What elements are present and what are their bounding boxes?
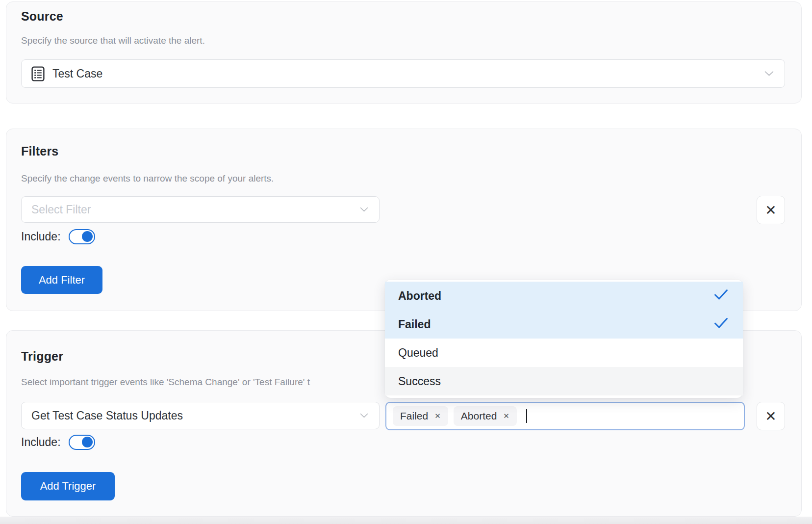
remove-filter-button[interactable]: ✕ (757, 196, 785, 224)
source-title: Source (21, 9, 63, 24)
source-select-value: Test Case (52, 67, 102, 80)
filter-select-placeholder: Select Filter (31, 203, 91, 216)
page-bottom-fade (0, 517, 812, 524)
chevron-down-icon (764, 71, 774, 77)
filters-include-label: Include: (21, 230, 61, 243)
filters-title: Filters (21, 144, 58, 158)
trigger-event-select-value: Get Test Case Status Updates (31, 409, 183, 422)
trigger-event-select[interactable]: Get Test Case Status Updates (21, 402, 380, 429)
trigger-include-toggle[interactable] (69, 435, 95, 450)
status-dropdown-menu: Aborted Failed Queued Success (385, 280, 743, 398)
chevron-down-icon (360, 413, 368, 418)
chip-label: Failed (400, 410, 428, 422)
chip-remove-icon[interactable]: ✕ (503, 412, 509, 420)
toggle-knob (82, 437, 93, 447)
filters-include-toggle[interactable] (69, 229, 95, 244)
chip-aborted: Aborted ✕ (454, 406, 517, 426)
trigger-include-label: Include: (21, 436, 61, 449)
menu-option-failed[interactable]: Failed (385, 310, 743, 339)
test-case-document-icon (31, 66, 45, 81)
remove-trigger-button[interactable]: ✕ (757, 402, 785, 430)
toggle-knob (82, 231, 93, 242)
source-section: Source Specify the source that will acti… (6, 1, 802, 104)
chip-failed: Failed ✕ (393, 406, 448, 426)
check-icon (714, 317, 728, 332)
add-filter-button[interactable]: Add Filter (21, 266, 102, 294)
filter-select[interactable]: Select Filter (21, 196, 380, 223)
check-icon (714, 289, 728, 303)
chip-label: Aborted (461, 410, 497, 422)
menu-option-aborted[interactable]: Aborted (385, 282, 743, 310)
filters-description: Specify the change events to narrow the … (21, 173, 274, 184)
add-trigger-button[interactable]: Add Trigger (21, 472, 115, 500)
chip-remove-icon[interactable]: ✕ (434, 412, 441, 420)
source-select[interactable]: Test Case (21, 59, 785, 88)
trigger-title: Trigger (21, 349, 63, 364)
menu-option-queued[interactable]: Queued (385, 339, 743, 367)
text-cursor (526, 409, 527, 423)
source-description: Specify the source that will activate th… (21, 35, 205, 46)
chevron-down-icon (360, 207, 368, 212)
menu-option-success[interactable]: Success (385, 367, 743, 395)
status-multiselect-input[interactable]: Failed ✕ Aborted ✕ (385, 402, 745, 430)
